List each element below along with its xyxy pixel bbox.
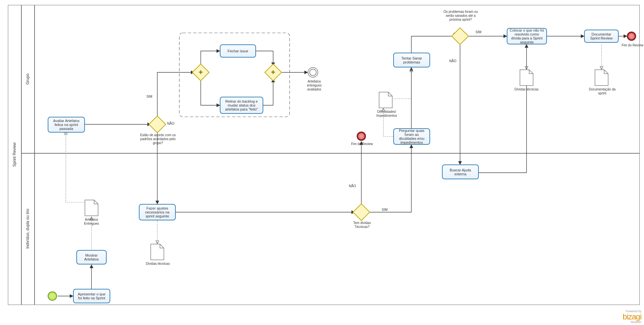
bpmn-diagram: Sprint Review Grupo Indivíduo, dupla ou … [0,0,644,325]
start-event [48,291,57,301]
edge-gw1-sim: SIM [146,95,156,99]
gateway-parallel-join: + [267,66,279,79]
task-perguntar: Perguntar quais foram as diculdades e/ou… [393,128,430,145]
lane-individuo: Indivíduo, dupla ou trio [21,153,34,304]
task-buscar: Buscar Ajuda externa [442,164,479,179]
doc-dividas-2-label: Dívidas técnicas [513,88,540,91]
gateway-problemas [454,30,466,42]
intermediate-event-artefatos [308,67,318,78]
end-event-2-label: Fim do Review [619,43,644,47]
doc-dividas-1-label: Dívidas técnicas [145,262,170,266]
task-apresentar: Apresentar o que foi feito na Sprint [73,289,110,303]
doc-dificuldades [378,91,393,109]
task-mostrar: Mostrar Artefatos [76,250,107,264]
task-fechar: Fechar issue [220,44,256,58]
end-event-2 [627,32,636,41]
doc-sprint [594,69,609,86]
edge-gw2-sim: SIM [382,208,392,212]
task-colocar: Colocar o que não foi resolvido como dív… [507,28,547,44]
task-avaliar: Avaliar Artefatos feitos na sprint passa… [48,117,85,133]
edge-gw3-nao: NÃO [449,59,459,63]
task-ajustes: Fazer ajustes necessários na sprint segu… [139,204,176,220]
task-sanar: Tentar Sanar problemas [393,53,430,67]
lane-divider [21,153,640,154]
gateway-padroes-label: Estão de acordo com os padrões acordados… [140,133,176,145]
doc-dificuldades-label: Dificuldades/ Impedimentos [370,110,403,118]
doc-artefatos-entregues-label: Artefatos Entregues [78,218,105,226]
branding-sub: Modeler [623,321,641,324]
end-event-1-label: Fim do Review [349,142,375,146]
intermediate-event-label: Artefatos entregues avaliados [301,80,327,91]
doc-sprint-label: Documentação da sprint [587,88,617,95]
edge-gw2-nao: NÃO [349,184,359,188]
gateway-padroes [151,118,164,131]
edge-gw1-nao: NÃO [167,122,177,126]
doc-artefatos-entregues [84,199,99,216]
gateway-dividas [355,206,368,218]
lane-body-box [34,5,640,305]
edge-gw3-sim: SIM [476,30,485,34]
gateway-problemas-label: Os problemas foram ou serão sanados até … [443,10,479,22]
gateway-parallel-split: + [194,66,207,79]
task-retirar: Retirar do backlog e mudar status dos ar… [220,97,263,114]
gateway-dividas-label: Tem dívidas Técnicas? [347,221,377,229]
pool-title: Sprint Review [8,5,21,304]
task-documentar: Documentar Sprint Review [584,30,619,43]
branding-logo: Powered by bizagi Modeler [623,310,641,324]
doc-dividas-1 [150,243,165,261]
lane-grupo: Grupo [21,5,34,153]
end-event-1 [357,132,366,141]
doc-dividas-2 [519,69,534,86]
branding-name: bizagi [623,313,641,321]
